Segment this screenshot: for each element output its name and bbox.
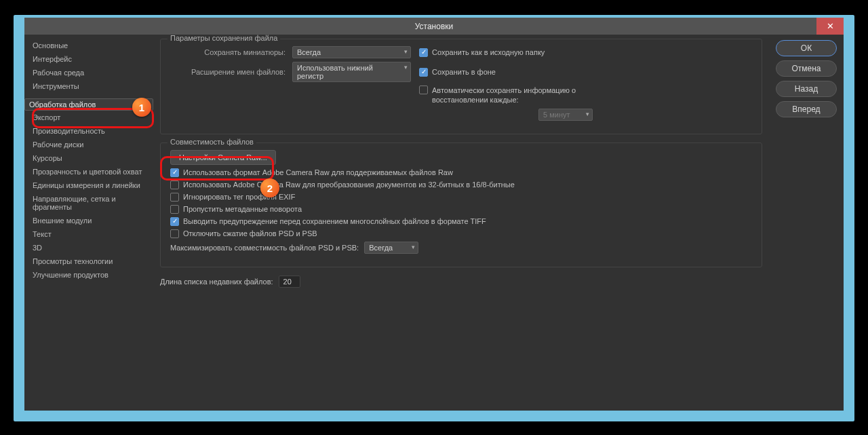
main-panel: Параметры сохранения файла Сохранять мин… — [153, 35, 769, 411]
save-background-checkbox[interactable] — [419, 68, 428, 77]
max-compat-select[interactable]: Всегда — [364, 242, 418, 254]
sidebar-item-hidden[interactable] — [24, 93, 153, 98]
sidebar-item-units[interactable]: Единицы измерения и линейки — [24, 178, 153, 192]
sidebar-item-workspace[interactable]: Рабочая среда — [24, 66, 153, 79]
window-title: Установки — [415, 22, 453, 31]
group-title-compat: Совместимость файлов — [167, 138, 256, 146]
titlebar: Установки ✕ — [24, 18, 844, 35]
sidebar-item-tools[interactable]: Инструменты — [24, 79, 153, 93]
sidebar-item-product-improvement[interactable]: Улучшение продуктов — [24, 268, 153, 282]
group-title: Параметры сохранения файла — [167, 35, 280, 42]
sidebar-item-tech-previews[interactable]: Просмотры технологии — [24, 254, 153, 268]
autosave-label: Автоматически сохранять информацию о вос… — [432, 86, 588, 105]
sidebar-item-export[interactable]: Экспорт — [24, 111, 153, 124]
use-acr-convert-checkbox[interactable] — [170, 181, 179, 189]
autosave-interval-select[interactable]: 5 минут — [538, 109, 593, 121]
next-button[interactable]: Вперед — [776, 101, 837, 117]
right-buttons: ОК Отмена Назад Вперед — [769, 35, 844, 411]
sidebar-item-performance[interactable]: Производительность — [24, 124, 153, 138]
sidebar: Основные Интерфейс Рабочая среда Инструм… — [24, 35, 153, 411]
sidebar-item-type[interactable]: Текст — [24, 227, 153, 241]
save-original-label: Сохранить как в исходную папку — [432, 48, 545, 56]
recent-files-label: Длина списка недавних файлов: — [160, 278, 273, 286]
sidebar-item-plugins[interactable]: Внешние модули — [24, 214, 153, 227]
skip-rotation-checkbox[interactable] — [170, 205, 179, 214]
sidebar-item-file-handling[interactable]: Обработка файлов — [24, 98, 153, 111]
cancel-button[interactable]: Отмена — [776, 60, 837, 77]
save-background-label: Сохранить в фоне — [432, 68, 496, 76]
thumbnail-select[interactable]: Всегда — [292, 46, 411, 58]
tiff-warning-checkbox[interactable] — [170, 217, 179, 226]
prev-button[interactable]: Назад — [776, 81, 837, 97]
recent-files-input[interactable] — [279, 276, 300, 288]
ignore-exif-checkbox[interactable] — [170, 193, 179, 202]
save-original-checkbox[interactable] — [419, 48, 428, 57]
file-compatibility-group: Совместимость файлов Настройки Camera Ra… — [160, 143, 762, 267]
autosave-checkbox[interactable] — [419, 86, 428, 94]
sidebar-item-cursors[interactable]: Курсоры — [24, 151, 153, 165]
sidebar-item-general[interactable]: Основные — [24, 39, 153, 52]
camera-raw-settings-button[interactable]: Настройки Camera Raw... — [170, 150, 276, 165]
sidebar-item-3d[interactable]: 3D — [24, 241, 153, 254]
sidebar-item-interface[interactable]: Интерфейс — [24, 52, 153, 66]
disable-psd-compression-checkbox[interactable] — [170, 229, 179, 238]
max-compat-label: Максимизировать совместимость файлов PSD… — [170, 244, 359, 252]
close-button[interactable]: ✕ — [816, 18, 844, 35]
ok-button[interactable]: ОК — [776, 40, 837, 56]
use-acr-supported-checkbox[interactable] — [170, 168, 179, 177]
extension-select[interactable]: Использовать нижний регистр — [292, 62, 411, 82]
file-saving-group: Параметры сохранения файла Сохранять мин… — [160, 39, 762, 134]
sidebar-item-scratch[interactable]: Рабочие диски — [24, 138, 153, 151]
extension-label: Расширение имен файлов: — [170, 68, 292, 76]
preferences-dialog: Установки ✕ Основные Интерфейс Рабочая с… — [24, 18, 844, 411]
thumbnail-label: Сохранять миниатюры: — [170, 48, 292, 56]
close-icon: ✕ — [827, 21, 834, 31]
sidebar-item-transparency[interactable]: Прозрачность и цветовой охват — [24, 165, 153, 178]
sidebar-item-guides[interactable]: Направляющие, сетка и фрагменты — [24, 192, 153, 214]
